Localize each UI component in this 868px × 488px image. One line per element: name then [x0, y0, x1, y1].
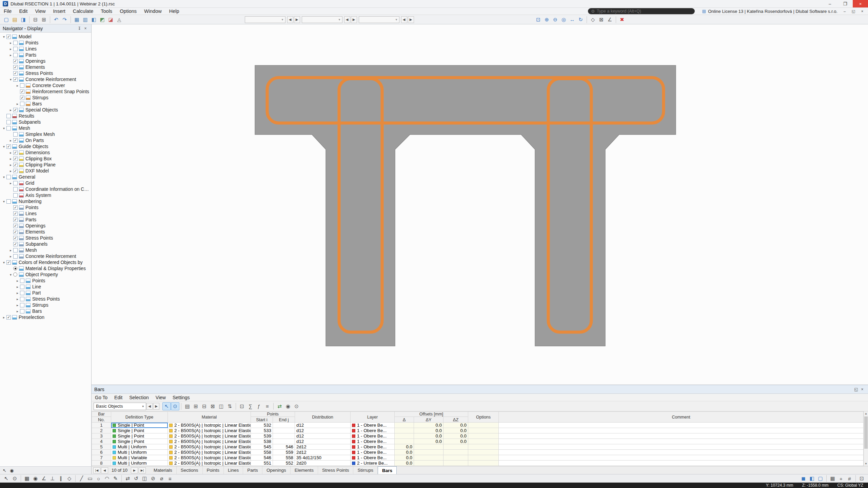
cell-comment[interactable]: [499, 461, 864, 466]
cell-distribution[interactable]: 35 4d12/150: [295, 455, 351, 461]
nav-item-line[interactable]: ▸Line: [0, 284, 91, 290]
expander-icon[interactable]: ▸: [8, 151, 13, 155]
nav-item-clipping-plane[interactable]: ▸✓Clipping Plane: [0, 162, 91, 168]
nav-item-object-property[interactable]: ▾Object Property: [0, 271, 91, 278]
cell-bar-no[interactable]: 5: [92, 444, 111, 450]
nav-item-points[interactable]: ▸Points: [0, 40, 91, 46]
full-section-view-icon[interactable]: ◇: [589, 16, 597, 24]
clipping-toggle-icon[interactable]: ⊠: [597, 16, 606, 24]
expander-icon[interactable]: ▸: [15, 291, 20, 295]
nav-item-stress-points[interactable]: ✓Stress Points: [0, 70, 91, 76]
tab-points[interactable]: Points: [203, 466, 224, 474]
expander-icon[interactable]: ▾: [1, 200, 6, 203]
checkbox[interactable]: ✓: [6, 315, 11, 320]
cell-definition-type[interactable]: Multi | Uniform: [111, 450, 168, 455]
tab-stress-points[interactable]: Stress Points: [318, 466, 354, 474]
checkbox[interactable]: ✓: [13, 150, 18, 155]
cell-offset-z[interactable]: 0.0: [443, 423, 468, 428]
line-tool-icon[interactable]: ╱: [77, 474, 86, 483]
units-settings-icon[interactable]: ≡: [263, 402, 272, 410]
checkbox[interactable]: [13, 181, 18, 185]
cell-layer[interactable]: 1 - Obere Be...: [351, 455, 395, 461]
checkbox[interactable]: ✓: [13, 205, 18, 210]
cell-offset-y[interactable]: 0.0: [414, 433, 443, 439]
expander-icon[interactable]: ▸: [15, 309, 20, 313]
show-axes-icon[interactable]: +: [837, 474, 845, 483]
nav-item-stirrups[interactable]: ✓Stirrups: [0, 95, 91, 101]
cell-layer[interactable]: 2 - Untere Be...: [351, 461, 395, 466]
cell-start-point[interactable]: 538: [251, 439, 273, 444]
zoom-all-icon[interactable]: ◎: [559, 16, 568, 24]
table-scrollbar[interactable]: ▲ ▼: [864, 411, 868, 466]
menu-calculate[interactable]: Calculate: [69, 8, 97, 15]
scrollbar-thumb[interactable]: [864, 416, 868, 449]
cell-bar-no[interactable]: 4: [92, 439, 111, 444]
render-mode-icon[interactable]: ◩: [98, 16, 106, 24]
cell-delta[interactable]: 0.0: [395, 455, 414, 461]
checkbox[interactable]: [6, 199, 11, 204]
cell-start-point[interactable]: 533: [251, 428, 273, 433]
move-tool-icon[interactable]: ⇄: [123, 474, 132, 483]
nav-item-openings[interactable]: ✓Openings: [0, 58, 91, 64]
cell-comment[interactable]: [499, 428, 864, 433]
cell-offset-z[interactable]: [443, 455, 468, 461]
cell-definition-type[interactable]: Multi | Uniform: [111, 444, 168, 450]
nav-item-colors-of-rendered-objects-by[interactable]: ▾✓Colors of Rendered Objects by: [0, 259, 91, 265]
cell-definition-type[interactable]: Single | Point: [111, 428, 168, 433]
visibility-mode-icon[interactable]: ◉: [10, 468, 14, 473]
insert-row-icon[interactable]: ⊞: [192, 402, 200, 410]
cell-start-point[interactable]: 539: [251, 433, 273, 439]
cell-offset-y[interactable]: [414, 455, 443, 461]
cell-definition-type[interactable]: Single | Point: [111, 433, 168, 439]
nav-item-special-objects[interactable]: ▸✓Special Objects: [0, 107, 91, 113]
bars-menu-edit[interactable]: Edit: [111, 395, 126, 400]
render-transparent-icon[interactable]: ◧: [808, 474, 816, 483]
expander-icon[interactable]: ▸: [15, 297, 20, 301]
checkbox[interactable]: [20, 102, 24, 106]
expander-icon[interactable]: ▾: [1, 261, 6, 264]
arc-tool-icon[interactable]: ◠: [103, 474, 111, 483]
tab-bars[interactable]: Bars: [378, 466, 397, 474]
cell-options[interactable]: [468, 461, 499, 466]
expander-icon[interactable]: ▾: [1, 35, 6, 39]
clear-row-icon[interactable]: ⊠: [209, 402, 217, 410]
rotate-view-icon[interactable]: ↻: [576, 16, 585, 24]
checkbox[interactable]: ✓: [6, 260, 11, 265]
navigator-toggle-icon[interactable]: ▦: [73, 16, 81, 24]
cell-options[interactable]: [468, 444, 499, 450]
checkbox[interactable]: [20, 285, 24, 289]
expander-icon[interactable]: ▸: [15, 102, 20, 106]
nav-item-bars[interactable]: ▸Bars: [0, 101, 91, 107]
cell-options[interactable]: [468, 433, 499, 439]
cell-offset-z[interactable]: [443, 461, 468, 466]
radio-button[interactable]: [13, 266, 17, 270]
nav-item-mesh[interactable]: ▾Mesh: [0, 125, 91, 131]
tab-stirrups[interactable]: Stirrups: [353, 466, 378, 474]
select-tool-icon[interactable]: ↖: [2, 474, 11, 483]
nav-item-guide-objects[interactable]: ▾✓Guide Objects: [0, 143, 91, 149]
cell-options[interactable]: [468, 455, 499, 461]
nav-item-concrete-cover[interactable]: ▸Concrete Cover: [0, 82, 91, 88]
select-cells-icon[interactable]: ↖: [162, 402, 171, 410]
cell-end-point[interactable]: [273, 433, 295, 439]
cell-end-point[interactable]: 552: [273, 461, 295, 466]
pager-2-prev-button[interactable]: ◀: [344, 16, 350, 23]
cell-end-point[interactable]: 559: [273, 450, 295, 455]
menu-options[interactable]: Options: [116, 8, 140, 15]
zoom-window-icon[interactable]: ⊡: [534, 16, 542, 24]
delete-row-icon[interactable]: ⊟: [200, 402, 209, 410]
nav-item-model[interactable]: ▾✓Model: [0, 34, 91, 40]
last-record-button[interactable]: ▶|: [139, 467, 146, 473]
fullscreen-toggle-icon[interactable]: ⊡: [857, 474, 866, 483]
scroll-up-icon[interactable]: ▲: [864, 411, 868, 416]
nav-item-coordinate-information-on-cursor[interactable]: Coordinate Information on Cursor: [0, 186, 91, 192]
doc-minimize-button[interactable]: –: [840, 9, 849, 13]
checkbox[interactable]: [13, 187, 18, 191]
menu-tools[interactable]: Tools: [97, 8, 116, 15]
cell-offset-y[interactable]: 0.0: [414, 428, 443, 433]
cell-options[interactable]: [468, 423, 499, 428]
checkbox[interactable]: [13, 53, 18, 57]
measure-tool-icon[interactable]: ⌀: [157, 474, 166, 483]
tab-materials[interactable]: Materials: [150, 466, 177, 474]
checkbox[interactable]: ✓: [13, 77, 18, 82]
